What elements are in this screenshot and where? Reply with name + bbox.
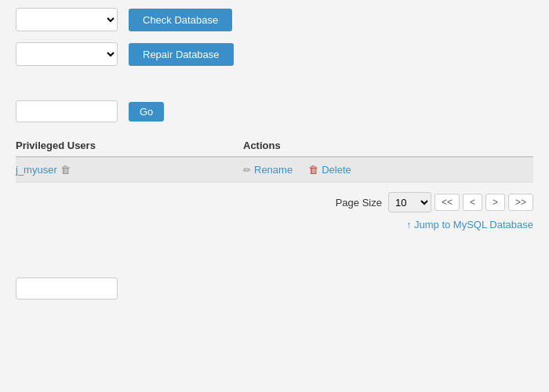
delete-icon: 🗑	[308, 164, 318, 176]
user-link[interactable]: j_myuser	[16, 164, 57, 176]
table-row: j_myuser 🗑 ✏ Rename 🗑 Delete	[16, 158, 533, 183]
repair-database-row: Repair Database	[16, 42, 533, 66]
jump-link-row: ↑ Jump to MySQL Database	[16, 219, 533, 230]
actions-cell: ✏ Rename 🗑 Delete	[243, 164, 478, 176]
main-content: Check Database Repair Database Go Privil…	[0, 0, 549, 307]
bottom-input-area	[16, 278, 533, 299]
check-database-button[interactable]: Check Database	[129, 9, 232, 31]
page-container: Check Database Repair Database Go Privil…	[0, 0, 549, 392]
prev-page-button[interactable]: <	[463, 194, 482, 211]
repair-database-button[interactable]: Repair Database	[129, 43, 234, 66]
last-page-button[interactable]: >>	[508, 194, 533, 211]
page-size-label: Page Size	[336, 197, 382, 209]
user-cell: j_myuser 🗑	[16, 164, 243, 176]
spacer	[16, 77, 533, 100]
pagination-row: Page Size 10 25 50 100 << < > >>	[16, 192, 533, 212]
go-row: Go	[16, 100, 533, 122]
table-header: Privileged Users Actions	[16, 135, 533, 158]
user-delete-icon[interactable]: 🗑	[60, 164, 71, 176]
first-page-button[interactable]: <<	[434, 194, 460, 211]
check-database-row: Check Database	[16, 8, 533, 31]
repair-database-dropdown[interactable]	[16, 42, 118, 66]
jump-to-mysql-link[interactable]: ↑ Jump to MySQL Database	[406, 219, 533, 230]
bottom-text-input[interactable]	[16, 278, 118, 299]
users-table: Privileged Users Actions j_myuser 🗑 ✏ Re…	[16, 135, 533, 183]
go-button[interactable]: Go	[129, 102, 164, 122]
check-database-dropdown[interactable]	[16, 8, 118, 31]
pencil-icon: ✏	[243, 165, 251, 176]
col-header-users: Privileged Users	[16, 140, 243, 151]
delete-link[interactable]: 🗑 Delete	[308, 164, 351, 176]
page-size-select[interactable]: 10 25 50 100	[388, 192, 431, 212]
rename-link[interactable]: ✏ Rename	[243, 164, 293, 176]
go-input[interactable]	[16, 100, 118, 122]
col-header-actions: Actions	[243, 140, 478, 151]
next-page-button[interactable]: >	[485, 194, 505, 211]
